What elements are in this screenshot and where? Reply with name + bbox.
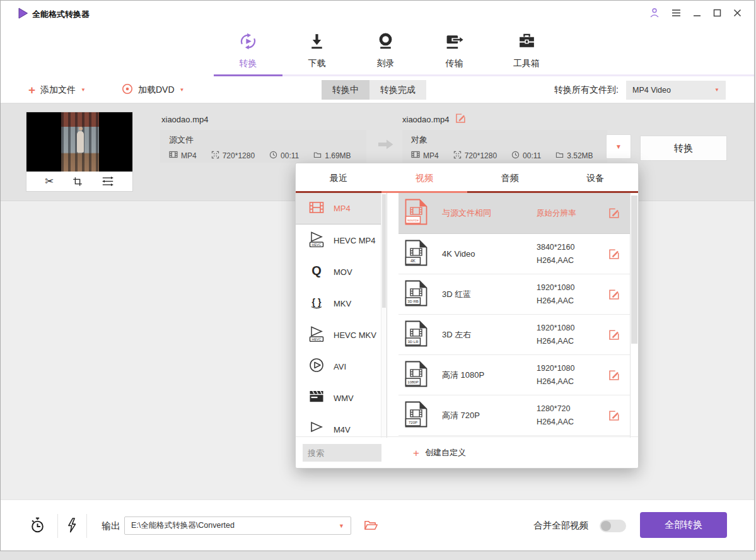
create-custom-label: 创建自定义: [425, 447, 466, 458]
convert-all-to-value: MP4 Video: [632, 86, 671, 95]
high-speed-bolt-icon[interactable]: [64, 516, 79, 534]
convert-all-button[interactable]: 全部转换: [640, 512, 727, 538]
folder-icon: [555, 151, 564, 161]
tab-video[interactable]: 视频: [381, 163, 467, 193]
format-picker-popup: 最近 视频 音频 设备 MP4 HEVC HEVC MP4 Q MOV: [295, 163, 639, 469]
plus-icon: +: [28, 84, 35, 96]
matroska-icon: { }: [308, 294, 325, 313]
svg-text:720P: 720P: [409, 421, 417, 424]
chevron-down-icon: ▼: [180, 87, 185, 93]
format-item-mp4[interactable]: MP4: [296, 193, 387, 225]
divider: [86, 514, 87, 538]
close-icon[interactable]: [733, 9, 741, 17]
format-list-scrollbar[interactable]: [381, 193, 387, 438]
schedule-alarm-icon[interactable]: [28, 516, 47, 535]
convert-all-to-dropdown[interactable]: MP4 Video ▼: [626, 81, 726, 100]
target-info-panel: 对象 MP4 720*1280 00:11 3.52MB: [402, 130, 607, 163]
effects-adjust-icon[interactable]: [102, 176, 114, 187]
create-custom-button[interactable]: + 创建自定义: [413, 437, 466, 469]
rename-edit-icon[interactable]: [455, 113, 466, 126]
play-outline-icon: [308, 420, 325, 438]
menu-icon[interactable]: [672, 9, 681, 17]
window-controls: [649, 8, 741, 18]
chevron-down-icon: ▼: [81, 87, 86, 93]
preset-3d-red-blue[interactable]: 3D RB 3D 红蓝 1920*1080H264,AAC: [398, 274, 630, 315]
format-item-m4v[interactable]: M4V: [296, 414, 387, 438]
video-doc-icon: 4K: [405, 240, 427, 269]
format-item-mkv[interactable]: { } MKV: [296, 288, 387, 319]
svg-text:HEVC: HEVC: [312, 243, 322, 247]
output-label: 输出: [102, 520, 120, 532]
edit-preset-icon[interactable]: [608, 289, 620, 303]
video-thumbnail[interactable]: [26, 112, 132, 172]
edit-preset-icon[interactable]: [608, 329, 620, 343]
edit-preset-icon[interactable]: [608, 207, 620, 221]
toggle-knob: [601, 521, 611, 531]
edit-preset-icon[interactable]: [608, 410, 620, 424]
preset-hd-1080p[interactable]: 1080P 高清 1080P 1920*1080H264,AAC: [398, 355, 630, 395]
tab-convert-label: 转换: [240, 58, 257, 69]
preset-hd-720p[interactable]: 720P 高清 720P 1280*720H264,AAC: [398, 395, 630, 436]
minimize-icon[interactable]: [693, 9, 701, 17]
arrow-right-icon: [378, 139, 394, 153]
tab-device[interactable]: 设备: [552, 163, 638, 193]
source-format: MP4: [181, 151, 197, 160]
target-format: MP4: [423, 151, 439, 160]
tab-convert[interactable]: 转换: [214, 26, 282, 75]
merge-all-toggle[interactable]: [600, 520, 626, 532]
divider: [57, 514, 58, 538]
tab-recent[interactable]: 最近: [296, 163, 381, 193]
format-item-hevc-mp4[interactable]: HEVC HEVC MP4: [296, 225, 387, 256]
source-panel-title: 源文件: [169, 134, 358, 146]
add-files-button[interactable]: + 添加文件 ▼: [28, 77, 86, 103]
load-dvd-button[interactable]: 加载DVD ▼: [122, 77, 184, 103]
tab-transfer[interactable]: 传输: [420, 26, 489, 75]
maximize-icon[interactable]: [713, 9, 721, 17]
format-popup-footer: + 创建自定义: [296, 436, 638, 468]
open-folder-icon[interactable]: [364, 519, 378, 532]
nav-underline: [214, 74, 754, 76]
preset-list-scrollbar[interactable]: [630, 193, 638, 438]
search-input[interactable]: [303, 444, 381, 462]
tab-burn[interactable]: 刻录: [351, 26, 420, 75]
chevron-down-icon: ▼: [339, 523, 344, 529]
account-icon[interactable]: [649, 8, 660, 18]
app-window: 全能格式转换器: [0, 0, 755, 551]
tab-converting[interactable]: 转换中: [322, 80, 369, 100]
target-format-dropdown-button[interactable]: ▼: [606, 134, 631, 159]
tab-audio[interactable]: 音频: [467, 163, 553, 193]
app-logo-icon: [18, 8, 28, 21]
output-path-dropdown[interactable]: E:\全能格式转换器\Converted ▼: [124, 516, 351, 535]
preset-same-as-source[interactable]: source 与源文件相同 原始分辨率: [398, 193, 630, 234]
hevc-icon: HEVC: [308, 231, 325, 250]
format-item-wmv[interactable]: WMV: [296, 382, 387, 414]
video-doc-icon: 3D LR: [405, 320, 427, 349]
nav-active-indicator: [214, 74, 282, 76]
convert-row-button[interactable]: 转换: [640, 136, 727, 161]
preset-resolution: 1280*720: [537, 402, 574, 416]
target-file-name: xiaodao.mp4: [402, 115, 449, 124]
app-title: 全能格式转换器: [32, 9, 90, 20]
trim-scissors-icon[interactable]: ✂: [45, 176, 54, 187]
edit-preset-icon[interactable]: [608, 248, 620, 262]
preset-3d-left-right[interactable]: 3D LR 3D 左右 1920*1080H264,AAC: [398, 315, 630, 355]
preset-4k-video[interactable]: 4K 4K Video 3840*2160H264,AAC: [398, 234, 630, 274]
scrollbar-thumb[interactable]: [631, 195, 637, 344]
preset-resolution: 3840*2160: [537, 241, 574, 254]
preset-label: 3D 红蓝: [442, 289, 537, 300]
svg-text:{ }: { }: [312, 297, 322, 307]
video-thumbnail-card: ✂: [26, 112, 133, 192]
tab-toolbox[interactable]: 工具箱: [489, 26, 564, 75]
tab-converted[interactable]: 转换完成: [369, 80, 426, 100]
clock-icon: [511, 151, 520, 161]
svg-text:1080P: 1080P: [407, 380, 418, 384]
format-item-avi[interactable]: AVI: [296, 351, 387, 382]
format-item-mov[interactable]: Q MOV: [296, 256, 387, 288]
preset-resolution: 原始分辨率: [537, 207, 576, 220]
crop-icon[interactable]: [73, 177, 83, 187]
scrollbar-thumb[interactable]: [382, 194, 386, 308]
tab-download[interactable]: 下载: [282, 26, 351, 75]
edit-preset-icon[interactable]: [608, 370, 620, 383]
resolution-icon: [211, 151, 219, 161]
format-item-hevc-mkv[interactable]: HEVC HEVC MKV: [296, 319, 387, 351]
